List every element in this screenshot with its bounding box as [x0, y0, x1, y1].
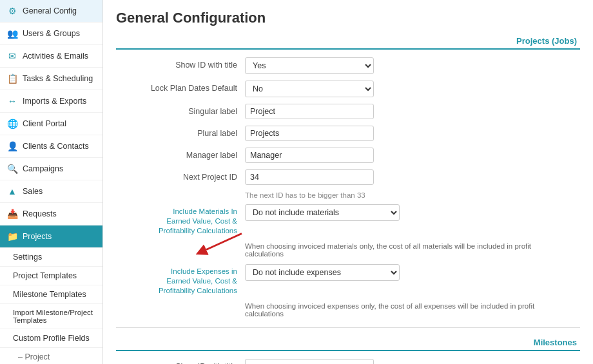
lock-plan-row: Lock Plan Dates Default No Yes [116, 81, 580, 97]
general-config-icon: ⚙ [6, 5, 18, 17]
milestone-show-id-row: Show ID with title Yes No [116, 359, 580, 364]
section-milestones-title: Milestones [116, 338, 580, 351]
page-title: General Configuration [116, 10, 580, 26]
lock-plan-select[interactable]: No Yes [245, 81, 374, 97]
sidebar-item-label: Sales [23, 187, 43, 196]
sidebar-item-label: Activities & Emails [23, 52, 88, 61]
manager-input-wrapper [245, 148, 374, 163]
plural-input[interactable] [245, 126, 374, 141]
sidebar-item-users-groups[interactable]: 👥 Users & Groups [0, 23, 102, 45]
expenses-hint: When choosing invoiced expenses only, th… [245, 302, 554, 318]
singular-label-row: Singular label [116, 104, 580, 119]
sidebar-item-milestone-templates[interactable]: Milestone Templates [0, 285, 102, 304]
contacts-icon: 👤 [6, 140, 18, 152]
sidebar-item-label: Client Portal [23, 119, 66, 128]
sidebar-item-settings[interactable]: Settings [0, 248, 102, 267]
sidebar-item-label: General Config [23, 6, 77, 15]
manager-label-row: Manager label [116, 148, 580, 163]
projects-icon: 📁 [6, 231, 18, 242]
custom-profile-label: Custom Profile Fields [13, 334, 90, 343]
next-project-id-hint: The next ID has to be bigger than 33 [245, 191, 580, 199]
campaigns-icon: 🔍 [6, 163, 18, 175]
expenses-select-wrapper: Do not include expenses Include all expe… [245, 264, 400, 281]
users-icon: 👥 [6, 28, 18, 39]
activities-icon: ✉ [6, 50, 18, 62]
sidebar-item-general-config[interactable]: ⚙ General Config [0, 0, 102, 23]
expenses-select[interactable]: Do not include expenses Include all expe… [245, 264, 400, 281]
sidebar-item-projects[interactable]: 📁 Projects [0, 225, 102, 248]
lock-plan-select-wrapper: No Yes [245, 81, 374, 97]
plural-label-row: Plural label [116, 126, 580, 141]
expenses-row: Include Expenses inEarned Value, Cost &P… [116, 264, 580, 296]
requests-icon: 📥 [6, 208, 18, 220]
sidebar-item-label: Clients & Contacts [23, 142, 89, 151]
sidebar-item-sub-project[interactable]: – Project [0, 348, 102, 364]
section-divider [116, 327, 580, 328]
milestone-show-id-label: Show ID with title [116, 359, 245, 364]
singular-input-wrapper [245, 104, 374, 119]
sidebar-item-import-milestone[interactable]: Import Milestone/Project Templates [0, 304, 102, 329]
sidebar: ⚙ General Config 👥 Users & Groups ✉ Acti… [0, 0, 103, 364]
sidebar-item-sales[interactable]: ▲ Sales [0, 180, 102, 203]
sidebar-item-label: Requests [23, 209, 57, 218]
settings-label: Settings [13, 253, 42, 262]
show-id-select-wrapper: Yes No [245, 57, 374, 74]
plural-label: Plural label [116, 126, 245, 138]
sidebar-item-custom-profile-fields[interactable]: Custom Profile Fields [0, 329, 102, 348]
sidebar-item-label: Users & Groups [23, 29, 80, 38]
milestone-show-id-select-wrapper: Yes No [245, 359, 374, 364]
sidebar-item-imports-exports[interactable]: ↔ Imports & Exports [0, 90, 102, 113]
sidebar-item-tasks-scheduling[interactable]: 📋 Tasks & Scheduling [0, 68, 102, 90]
sales-icon: ▲ [6, 186, 18, 197]
show-id-label: Show ID with title [116, 57, 245, 70]
materials-select[interactable]: Do not include materials Include all mat… [245, 204, 400, 221]
show-id-select[interactable]: Yes No [245, 57, 374, 74]
section-projects-title: Projects (Jobs) [116, 36, 580, 50]
import-milestone-label: Import Milestone/Project Templates [13, 309, 96, 324]
lock-plan-label: Lock Plan Dates Default [116, 81, 245, 93]
sidebar-item-requests[interactable]: 📥 Requests [0, 203, 102, 225]
singular-label: Singular label [116, 104, 245, 116]
next-project-id-row: Next Project ID [116, 169, 580, 185]
sidebar-item-label: Projects [23, 232, 52, 241]
milestone-show-id-select[interactable]: Yes No [245, 359, 374, 364]
next-project-id-input-wrapper [245, 169, 374, 185]
sidebar-item-activities-emails[interactable]: ✉ Activities & Emails [0, 45, 102, 68]
milestone-templates-label: Milestone Templates [13, 290, 86, 299]
next-project-id-label: Next Project ID [116, 169, 245, 182]
sidebar-item-label: Imports & Exports [23, 97, 86, 106]
sidebar-item-label: Campaigns [23, 164, 63, 173]
tasks-icon: 📋 [6, 73, 18, 84]
sidebar-item-campaigns[interactable]: 🔍 Campaigns [0, 158, 102, 180]
main-content: General Configuration Projects (Jobs) Sh… [103, 0, 593, 364]
portal-icon: 🌐 [6, 118, 18, 129]
expenses-label: Include Expenses inEarned Value, Cost &P… [116, 264, 245, 296]
sidebar-item-clients-contacts[interactable]: 👤 Clients & Contacts [0, 135, 102, 158]
manager-input[interactable] [245, 148, 374, 163]
next-project-id-input[interactable] [245, 169, 374, 185]
show-id-row: Show ID with title Yes No [116, 57, 580, 74]
manager-label: Manager label [116, 148, 245, 160]
sidebar-item-label: Tasks & Scheduling [23, 74, 93, 83]
materials-hint: When choosing invoiced materials only, t… [245, 242, 554, 258]
plural-input-wrapper [245, 126, 374, 141]
sidebar-item-project-templates[interactable]: Project Templates [0, 267, 102, 285]
singular-input[interactable] [245, 104, 374, 119]
main-panel: General Configuration Projects (Jobs) Sh… [103, 0, 593, 364]
sub-project-label: – Project [18, 352, 50, 361]
sidebar-item-client-portal[interactable]: 🌐 Client Portal [0, 113, 102, 135]
materials-label: Include Materials InEarned Value, Cost &… [116, 204, 245, 236]
imports-icon: ↔ [6, 95, 18, 107]
project-templates-label: Project Templates [13, 271, 77, 280]
materials-select-wrapper: Do not include materials Include all mat… [245, 204, 400, 221]
materials-row: Include Materials InEarned Value, Cost &… [116, 204, 580, 236]
